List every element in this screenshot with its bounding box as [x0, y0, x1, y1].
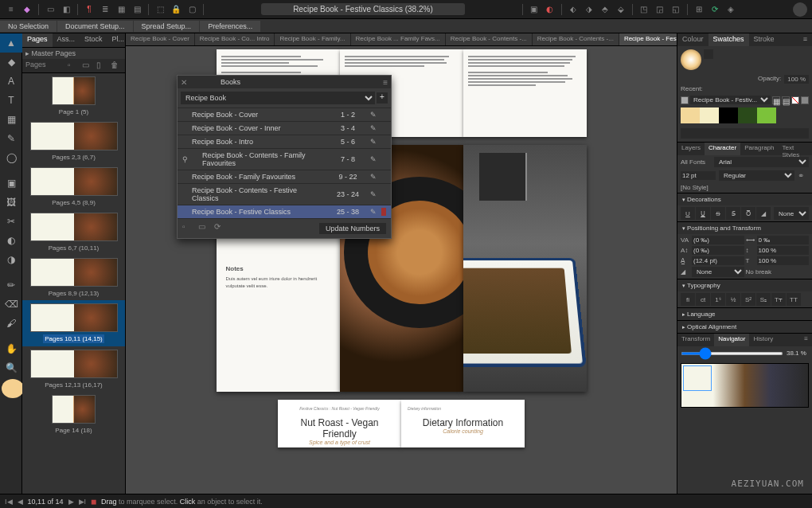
frame-text-tool[interactable]: T	[0, 91, 22, 110]
book-chapter-row[interactable]: Recipe Book - Contents - Festive Classic…	[178, 183, 391, 205]
decoration-none[interactable]: None	[774, 207, 809, 220]
layers-icon[interactable]: ◈	[724, 3, 737, 16]
prev-page-button[interactable]: ◀	[18, 498, 23, 506]
font-size-input[interactable]	[681, 171, 716, 180]
page-thumb[interactable]: Pages 2,3 (6,7)	[22, 119, 125, 164]
viewport-indicator[interactable]	[683, 365, 712, 391]
split-icon[interactable]: ◐	[544, 3, 556, 16]
document-tab[interactable]: Recipe Book - Co... Intro	[195, 33, 275, 45]
book-chapter-row[interactable]: Recipe Book - Intro5 - 6✎	[178, 135, 391, 148]
swatch[interactable]	[681, 107, 700, 123]
page-thumb[interactable]: Pages 12,13 (16,17)	[22, 346, 125, 392]
allcaps-button[interactable]: TT	[787, 293, 801, 306]
toolbar-btn-2[interactable]: ◧	[60, 3, 72, 16]
swatches-menu-icon[interactable]: ≡	[798, 33, 812, 46]
last-page-button[interactable]: ▶I	[79, 498, 87, 506]
positioning-header[interactable]: Positioning and Transform	[677, 221, 812, 234]
arrange-2-icon[interactable]: ◲	[654, 3, 666, 16]
tab-swatches[interactable]: Swatches	[709, 33, 749, 46]
app-icon[interactable]: ◆	[21, 3, 33, 16]
page-thumb[interactable]: Pages 8,9 (12,13)	[22, 255, 125, 300]
swatch[interactable]	[719, 107, 738, 123]
user-avatar-icon[interactable]	[793, 2, 807, 17]
master-pages-header[interactable]: ▸ Master Pages	[22, 48, 125, 59]
update-numbers-button[interactable]: Update Numbers	[319, 223, 386, 234]
font-select[interactable]: Arial	[714, 157, 809, 167]
pan-tool[interactable]: ✋	[0, 339, 22, 358]
snap-icon[interactable]: ⬚	[154, 3, 166, 16]
book-chapter-row[interactable]: Recipe Book - Festive Classics25 - 38✎	[178, 205, 391, 218]
vector-crop-tool[interactable]: ✂	[0, 212, 22, 231]
document-tab[interactable]: Recipe Book ... Family Favs...	[351, 33, 446, 45]
artistic-text-tool[interactable]: A	[0, 72, 22, 91]
tab-textstyles[interactable]: Text Styles	[779, 143, 813, 155]
palette-select[interactable]: Recipe Book - Festiv...	[690, 96, 771, 104]
optical-header[interactable]: Optical Alignment	[677, 320, 812, 333]
registration-swatch[interactable]	[801, 96, 809, 104]
nav-menu-icon[interactable]: ≡	[800, 334, 812, 346]
close-icon[interactable]: ✕	[181, 78, 189, 86]
align-icon[interactable]: ≣	[99, 3, 111, 16]
highlight-button[interactable]: ◢	[756, 207, 771, 220]
add-spread-icon[interactable]: ▭	[82, 61, 93, 72]
sync-chapter-icon[interactable]: ⟳	[214, 222, 227, 235]
tab-transform[interactable]: Transform	[677, 334, 714, 346]
none-swatch[interactable]	[791, 96, 799, 104]
baseline-icon[interactable]: ▤	[131, 3, 143, 16]
color-picker-tool[interactable]	[2, 379, 24, 398]
arrange-3-icon[interactable]: ◱	[670, 3, 682, 16]
scale-h-input[interactable]	[757, 236, 810, 244]
table-tool[interactable]: ▦	[0, 110, 22, 129]
smallcaps-button[interactable]: Tᴛ	[771, 293, 786, 306]
contextual-button[interactable]: ct	[696, 293, 710, 306]
delete-page-icon[interactable]: 🗑	[111, 61, 122, 72]
document-tab[interactable]: Recipe Book - Contents -...	[533, 33, 619, 45]
char-style-label[interactable]: [No Style]	[681, 184, 709, 191]
book-chapter-row[interactable]: Recipe Book - Family Favourites9 - 22✎	[178, 170, 391, 183]
spread-setup-button[interactable]: Spread Setup...	[134, 21, 200, 32]
fill-swatch[interactable]	[681, 49, 701, 70]
next-page-button[interactable]: ▶	[68, 498, 74, 506]
superscript-button[interactable]: S²	[741, 293, 755, 306]
book-chapter-row[interactable]: Recipe Book - Cover - Inner3 - 4✎	[178, 121, 391, 135]
tab-colour[interactable]: Colour	[677, 33, 709, 46]
page-thumb[interactable]: Pages 6,7 (10,11)	[22, 209, 125, 255]
page-opts-icon[interactable]: ▯	[96, 61, 107, 72]
standard-ligatures-button[interactable]: fi	[681, 293, 695, 306]
document-tab[interactable]: Recipe Book - Family...	[275, 33, 350, 45]
swatch[interactable]	[757, 107, 776, 123]
tab-layers[interactable]: Layers	[677, 143, 705, 155]
preflight-icon[interactable]: ◼	[91, 498, 96, 506]
tracking-input[interactable]	[692, 236, 744, 244]
zoom-slider[interactable]	[681, 352, 783, 355]
baseline-input[interactable]	[692, 246, 744, 255]
book-chapter-row[interactable]: ⚲Recipe Book - Contents - Family Favouri…	[178, 148, 391, 170]
page-thumb[interactable]: Pages 4,5 (8,9)	[22, 164, 125, 209]
add-book-button[interactable]: +	[377, 92, 388, 104]
double-underline-button[interactable]: U̳	[696, 207, 710, 220]
style-link-icon[interactable]: ⚭	[798, 171, 809, 180]
add-chapter-icon[interactable]: ▫	[182, 222, 195, 235]
doc-setup-button[interactable]: Document Setup...	[57, 21, 133, 32]
lock-icon[interactable]: 🔒	[170, 3, 182, 16]
paint-tool[interactable]: 🖌	[0, 314, 22, 333]
ordinals-button[interactable]: 1ˢ	[711, 293, 725, 306]
tab-stock[interactable]: Stock	[80, 33, 107, 47]
fractions-button[interactable]: ½	[726, 293, 740, 306]
language-header[interactable]: Language	[677, 307, 812, 320]
tab-paragraph[interactable]: Paragraph	[740, 143, 778, 155]
book-select[interactable]: Recipe Book	[181, 92, 375, 104]
first-page-button[interactable]: I◀	[5, 498, 13, 506]
leading-input[interactable]	[692, 256, 744, 265]
zoom-value[interactable]: 38.1 %	[787, 350, 809, 357]
lead-pct-input[interactable]	[757, 256, 810, 265]
page-thumb[interactable]: Page 14 (18)	[22, 392, 125, 437]
align-right-icon[interactable]: ⬘	[599, 3, 611, 16]
page-thumb[interactable]: Page 1 (5)	[22, 73, 125, 119]
page-thumb[interactable]: Pages 10,11 (14,15)	[22, 300, 125, 346]
dialog-menu-icon[interactable]: ≡	[383, 78, 388, 87]
grid-view-icon[interactable]: ▦	[772, 96, 780, 104]
preview-icon[interactable]: ▣	[528, 3, 541, 16]
erase-tool[interactable]: ⌫	[0, 295, 22, 314]
subscript-button[interactable]: S₂	[756, 293, 771, 306]
